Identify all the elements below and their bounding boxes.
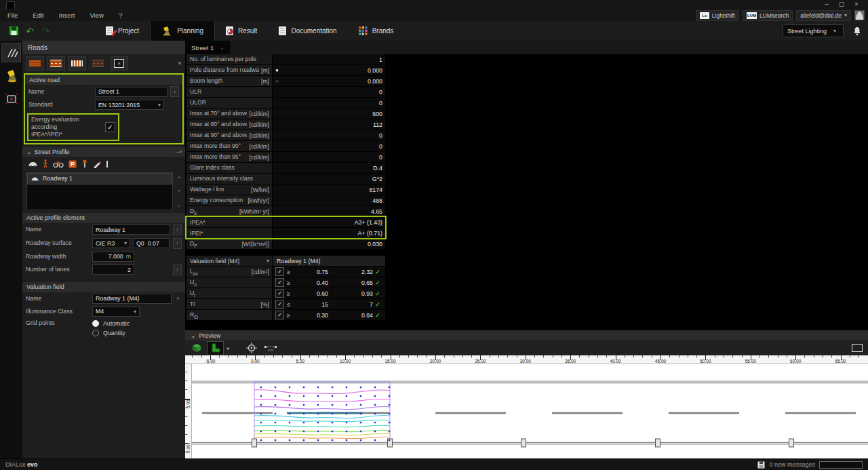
- divider-icon[interactable]: [106, 160, 108, 168]
- property-row-dp[interactable]: DP [W/(lx*m²)] 0.030: [186, 239, 385, 249]
- measure-button[interactable]: mm: [262, 341, 279, 355]
- notifications-bell-icon[interactable]: [853, 26, 861, 36]
- minimize-button[interactable]: –: [819, 0, 834, 9]
- property-row[interactable]: Boom length [m] 0.000: [186, 76, 385, 86]
- property-row[interactable]: DE [kWh/m² yr] 4.65: [186, 206, 385, 216]
- property-row[interactable]: ULR 0: [186, 87, 385, 97]
- messages-count[interactable]: 0 new messages: [769, 461, 815, 468]
- tab-documentation[interactable]: Documentation: [268, 21, 347, 41]
- criterion-row[interactable]: Uo ✓ ≥ 0.40 0.65 ✓: [186, 277, 385, 288]
- standard-select[interactable]: EN 13201:2015 ▾: [95, 100, 164, 110]
- property-row[interactable]: IPEI* A+ (0.71): [186, 228, 385, 238]
- mode-select[interactable]: Street Lighting ▾: [783, 24, 844, 37]
- radio-indicator[interactable]: [275, 78, 282, 84]
- surface-select[interactable]: CIE R3 ▾: [92, 238, 130, 248]
- tab-brands[interactable]: Brands: [348, 21, 405, 41]
- avatar[interactable]: [854, 10, 865, 20]
- view-plan-button[interactable]: [207, 341, 224, 355]
- roadway-car-icon[interactable]: [28, 160, 38, 168]
- grid-quantity-radio[interactable]: Quantity: [92, 329, 130, 337]
- radio-indicator[interactable]: [275, 67, 282, 73]
- property-row[interactable]: Imax at 80° and above [cd/klm] 112: [186, 119, 385, 130]
- assign-button[interactable]: ‹: [170, 86, 179, 97]
- preview-canvas[interactable]: 5.00 0.00: [185, 364, 868, 459]
- illuminance-class-select[interactable]: M4 ▾: [92, 307, 140, 317]
- criterion-row[interactable]: TI [%] ✓ ≤ 15 7 ✓: [186, 299, 385, 309]
- delete-road-button[interactable]: ×: [110, 56, 128, 71]
- q0-field[interactable]: Q0 0.07: [133, 238, 170, 248]
- maximize-preview-button[interactable]: [852, 344, 863, 352]
- list-item[interactable]: Roadway 1: [27, 173, 172, 184]
- road-name-input[interactable]: Street 1: [95, 87, 167, 97]
- maximize-button[interactable]: ▢: [834, 0, 849, 9]
- undo-button[interactable]: ↶: [22, 24, 38, 39]
- preview-header[interactable]: ⌄ Preview: [185, 330, 868, 340]
- property-row[interactable]: Imax at 70° and above [cd/klm] 600: [186, 109, 385, 119]
- move-down-icon[interactable]: ▾: [178, 188, 180, 194]
- property-row[interactable]: Wattage / km [W/km] 8174: [186, 184, 385, 195]
- grid-automatic-radio[interactable]: Automatic: [92, 319, 130, 328]
- property-row[interactable]: Glare index class D.4: [186, 163, 385, 173]
- rail-calculation-object-button[interactable]: [1, 89, 21, 109]
- road-straight-button[interactable]: [26, 56, 44, 71]
- chevron-down-icon[interactable]: ▾: [267, 258, 269, 264]
- close-button[interactable]: ×: [849, 0, 864, 9]
- criterion-checkbox[interactable]: ✓: [275, 267, 284, 276]
- focus-button[interactable]: [243, 341, 260, 355]
- road-crosswalk-button[interactable]: [68, 56, 86, 71]
- menu-file[interactable]: File: [0, 12, 25, 19]
- criterion-checkbox[interactable]: ✓: [275, 289, 284, 298]
- expand-views-icon[interactable]: ▸: [227, 345, 230, 351]
- property-row[interactable]: Imax at 90° and above [cd/klm] 0: [186, 130, 385, 140]
- rail-roads-button[interactable]: [1, 43, 21, 62]
- property-row[interactable]: ULOR 0: [186, 98, 385, 108]
- roadway-width-input[interactable]: 7.000 m: [92, 252, 134, 262]
- property-row[interactable]: Imax more than 95° [cd/klm] 0: [186, 152, 385, 162]
- profile-name-input[interactable]: Roadway 1: [92, 224, 170, 235]
- edit-pen-icon[interactable]: [93, 160, 101, 168]
- lumsearch-button[interactable]: LUM LUMsearch: [743, 10, 793, 21]
- valuation-name-input[interactable]: Roadway 1 (M4): [92, 294, 172, 304]
- tab-result[interactable]: Result: [215, 21, 268, 41]
- tab-planning[interactable]: Planning: [150, 21, 215, 41]
- property-row[interactable]: Pole distance from roadway [m] 0.000: [186, 65, 385, 75]
- chevron-down-icon[interactable]: ▾: [178, 60, 181, 66]
- median-lamp-icon[interactable]: [81, 159, 88, 168]
- view-3d-button[interactable]: [188, 341, 205, 355]
- parking-lane-icon[interactable]: P: [68, 160, 77, 168]
- clear-icon[interactable]: ×: [174, 295, 182, 302]
- assign-button[interactable]: ‹: [173, 224, 182, 235]
- menu-insert[interactable]: Insert: [52, 12, 83, 19]
- criterion-row[interactable]: Lav [cd/m²] ✓ ≥ 0.75 2.32 ✓: [186, 267, 385, 277]
- property-row[interactable]: Energy consumption [kWh/yr] 488: [186, 195, 385, 205]
- property-row[interactable]: Luminous intensity class G*2: [186, 174, 385, 184]
- redo-button[interactable]: ↷: [38, 24, 54, 39]
- move-up-icon[interactable]: ▴: [178, 174, 180, 180]
- criterion-checkbox[interactable]: ✓: [275, 311, 284, 319]
- remove-item-icon[interactable]: ×: [178, 203, 181, 209]
- road-dashed-button[interactable]: [47, 56, 65, 71]
- criterion-row[interactable]: Ul ✓ ≥ 0.60 0.93 ✓: [186, 288, 385, 298]
- tab-street-1[interactable]: Street 1 ⌄: [185, 41, 231, 54]
- lightshift-button[interactable]: Ls Lightshift: [696, 10, 739, 21]
- cycleway-bicycle-icon[interactable]: [53, 160, 64, 168]
- rail-spotlight-button[interactable]: [1, 66, 21, 85]
- messages-disk-icon[interactable]: [757, 461, 765, 469]
- criterion-checkbox[interactable]: ✓: [275, 278, 284, 287]
- criterion-checkbox[interactable]: ✓: [275, 300, 284, 309]
- walkway-pedestrian-icon[interactable]: [43, 159, 48, 168]
- profile-elements-list[interactable]: Roadway 1: [26, 172, 173, 210]
- street-profile-header[interactable]: ⌄ Street Profile —▪: [22, 147, 185, 157]
- account-menu[interactable]: aliefeld@dial.de ▾: [796, 10, 851, 21]
- valuation-field-row[interactable]: Valuation field (M4) ▾ Roadway 1 (M4): [186, 256, 385, 266]
- energy-evaluation-checkbox[interactable]: ✓: [105, 122, 115, 132]
- menu-edit[interactable]: Edit: [25, 12, 51, 19]
- pin-icon[interactable]: —▪: [175, 149, 181, 155]
- save-button[interactable]: [5, 24, 22, 39]
- menu-view[interactable]: View: [82, 12, 111, 19]
- criterion-row[interactable]: REI ✓ ≥ 0.30 0.84 ✓: [186, 310, 385, 320]
- assign-button[interactable]: ‹: [173, 238, 182, 249]
- property-row[interactable]: No. of luminaires per pole 1: [186, 54, 385, 64]
- tab-project[interactable]: Project: [95, 21, 150, 41]
- number-of-lanes-input[interactable]: 2: [92, 265, 134, 275]
